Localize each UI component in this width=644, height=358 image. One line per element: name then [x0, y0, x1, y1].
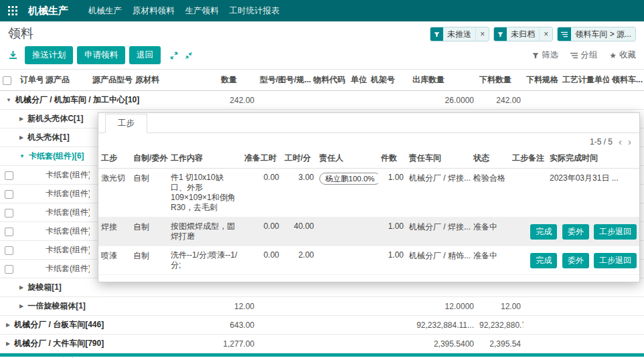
workstep-row[interactable]: 喷漆 自制 洗件--1/分;喷漆--1/分; 0.00 2.00 1.00 机械…	[98, 246, 639, 275]
push-plan-button[interactable]: 推送计划	[25, 46, 73, 64]
col-model-spec[interactable]: 型号/图号/规...	[257, 70, 311, 91]
col-workshop[interactable]: 责任车间	[406, 149, 471, 169]
groupby-toggle[interactable]: 分组	[570, 50, 597, 61]
tab-worksteps[interactable]: 工步	[105, 114, 147, 133]
pieces-cell: 1.00	[378, 169, 406, 217]
pieces-cell: 1.00	[378, 217, 406, 246]
group-label: 旋梭箱[1]	[27, 282, 62, 292]
complete-button[interactable]: 完成	[530, 253, 557, 268]
row-actions: 完成 委外 工步退回	[509, 246, 639, 275]
expand-all-icon[interactable]	[170, 52, 178, 60]
col-finish-time[interactable]: 实际完成时间	[547, 149, 639, 169]
nav-item-raw-material-picking[interactable]: 原材料领料	[133, 5, 175, 17]
nav-item-production-picking[interactable]: 生产领料	[185, 5, 219, 17]
owner-cell: 杨立鹏100.0%	[317, 169, 378, 217]
outsource-button[interactable]: 委外	[562, 253, 589, 268]
row-checkbox[interactable]	[5, 190, 13, 199]
col-cut-qty[interactable]: 下料数量	[477, 70, 524, 91]
workstep-row[interactable]: 焊接 自制 按图煨焊成型，固焊打磨 0.00 40.00 1.00 机械分厂 /…	[98, 217, 639, 246]
group-label: 卡纸套(组件)[6]	[29, 151, 84, 161]
col-step[interactable]: 工步	[98, 149, 131, 169]
source-product-cell: 卡纸套(组件)	[43, 203, 90, 222]
col-prep-hours[interactable]: 准备工时	[242, 149, 282, 169]
content-cell: 洗件--1/分;喷漆--1/分;	[168, 246, 242, 275]
col-quantity[interactable]: 数量	[218, 70, 257, 91]
group-row[interactable]: ▼机械分厂 / 机加车间 / 加工中心[10] 242.00 26.0000 2…	[0, 91, 644, 110]
col-order-no[interactable]: 订单号	[17, 70, 43, 91]
row-checkbox[interactable]	[5, 171, 13, 180]
quantity-cell: 12.00	[218, 297, 257, 316]
col-cut-spec[interactable]: 下料规格	[524, 70, 560, 91]
step-cell: 焊接	[98, 217, 131, 246]
favorites-toggle[interactable]: ★ 收藏	[609, 50, 636, 61]
row-checkbox[interactable]	[5, 246, 13, 255]
filters-toggle[interactable]: 筛选	[532, 50, 558, 61]
pager-next-icon[interactable]: ›	[628, 137, 631, 147]
col-hours-min[interactable]: 工时/分	[282, 149, 317, 169]
complete-button[interactable]: 完成	[530, 224, 557, 240]
finish-time-cell: 2023年03月31日 ...	[547, 169, 639, 217]
app-title[interactable]: 机械生产	[28, 5, 68, 17]
request-material-button[interactable]: 申请领料	[77, 46, 125, 64]
col-rack-no[interactable]: 机架号	[368, 70, 410, 91]
worksteps-header-row: 工步 自制/委外 工作内容 准备工时 工时/分 责任人 件数 责任车间 状态 工…	[98, 149, 639, 169]
workshop-cell: 机械分厂 / 精饰...	[406, 246, 471, 275]
source-product-cell: 卡纸套(组件)	[43, 185, 90, 203]
group-row[interactable]: ▶机械分厂 / 台板车间[446] 643.00 92,232,884.11..…	[0, 316, 644, 335]
search-facet: 未归档 ×	[493, 27, 553, 41]
cut-qty-cell: 12.00	[477, 297, 524, 316]
quantity-cell: 643.00	[218, 316, 257, 335]
col-source-product[interactable]: 源产品	[43, 70, 90, 91]
search-facets: 未推送 × 未归档 × 领料车间 > 源...	[430, 27, 636, 41]
download-button[interactable]	[8, 50, 18, 60]
col-owner[interactable]: 责任人	[317, 149, 378, 169]
content-cell: 件1 切10x10缺口、外形109×109×1和倒角R30，去毛刺	[168, 169, 242, 217]
collapse-all-icon[interactable]	[185, 52, 193, 60]
row-checkbox[interactable]	[5, 265, 13, 274]
row-checkbox[interactable]	[5, 209, 13, 217]
status-cell: 检验合格	[471, 169, 509, 217]
col-step-note[interactable]: 工步备注	[509, 149, 547, 169]
col-process-uom[interactable]: 工艺计量单位	[560, 70, 609, 91]
nav-item-worktime-report[interactable]: 工时统计报表	[230, 5, 280, 17]
filter-icon	[494, 27, 507, 41]
group-row[interactable]: ▶机械分厂 / 大件车间[790] 1,277.00 2,395.5400 2,…	[0, 335, 644, 353]
facet-label: 领料车间 > 源...	[571, 27, 635, 41]
source-product-cell: 卡纸套(组件)	[43, 260, 90, 278]
bars-icon	[570, 52, 578, 59]
horizontal-scrollbar[interactable]	[0, 353, 644, 357]
workstep-row[interactable]: 激光切 自制 件1 切10x10缺口、外形109×109×1和倒角R30，去毛刺…	[98, 169, 639, 217]
facet-label: 未归档	[507, 27, 539, 41]
col-make-or-outsource[interactable]: 自制/委外	[131, 149, 168, 169]
group-label: 机械分厂 / 台板车间[446]	[14, 320, 104, 329]
col-outbound-qty[interactable]: 出库数量	[410, 70, 477, 91]
apps-menu-icon[interactable]	[8, 6, 17, 15]
outsource-button[interactable]: 委外	[562, 224, 589, 240]
col-status[interactable]: 状态	[471, 149, 509, 169]
col-source-model[interactable]: 源产品型号/图...	[90, 70, 133, 91]
pager-prev-icon[interactable]: ‹	[619, 137, 622, 147]
col-picking-workshop[interactable]: 领料车...	[609, 70, 644, 91]
nav-item-machinery-production[interactable]: 机械生产	[88, 5, 122, 17]
col-raw-material[interactable]: 原材料	[133, 70, 218, 91]
workshop-cell: 机械分厂 / 焊接...	[406, 169, 471, 217]
prep-hours-cell: 0.00	[242, 246, 282, 275]
facet-remove-icon[interactable]: ×	[539, 27, 552, 41]
step-return-button[interactable]: 工步退回	[594, 253, 637, 268]
select-all-checkbox[interactable]	[3, 76, 11, 85]
col-unit[interactable]: 单位	[348, 70, 368, 91]
return-button[interactable]: 退回	[129, 46, 161, 64]
step-return-button[interactable]: 工步退回	[594, 224, 637, 240]
facet-remove-icon[interactable]: ×	[475, 27, 489, 41]
list-header-row: 订单号 源产品 源产品型号/图... 原材料 数量 型号/图号/规... 物料代…	[0, 70, 644, 91]
col-material-code[interactable]: 物料代码	[311, 70, 348, 91]
owner-cell	[317, 246, 378, 275]
col-pieces[interactable]: 件数	[378, 149, 406, 169]
group-row[interactable]: ▶一倍旋梭箱体[1] 12.00 12.0000 12.00	[0, 297, 644, 316]
col-work-content[interactable]: 工作内容	[168, 149, 242, 169]
workshop-cell: 机械分厂 / 焊接...	[406, 217, 471, 246]
filter-icon	[430, 27, 443, 41]
hours-min-cell: 2.00	[282, 246, 317, 275]
row-checkbox[interactable]	[5, 228, 13, 236]
caret-right-icon: ▶	[19, 303, 23, 309]
